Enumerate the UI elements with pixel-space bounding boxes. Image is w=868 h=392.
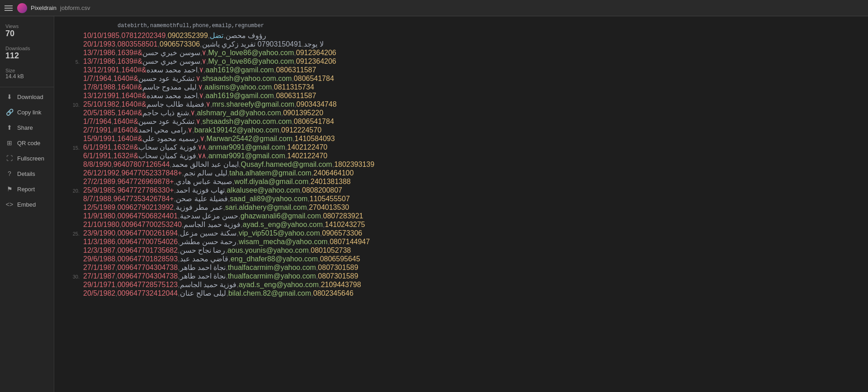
table-row: 30.27/1/1987,009647704304738,نجاة احمد ط… (54, 272, 868, 280)
table-row: 1/7/1964,1640#&٧,تشكرية عود حسين,shsaads… (54, 74, 868, 83)
download-icon: ⬇ (5, 93, 14, 100)
copy-link-label: Copy link (17, 109, 41, 116)
table-row: 1/7/1964,1640#&٧,تشكرية عود حسين,shsaads… (54, 117, 868, 126)
sidebar: Views 70 Downloads 112 Size 14.4 kB ⬇ Do… (0, 16, 54, 392)
table-row: 12/5/1989,00962790213992,عمر مطر فوزية,s… (54, 203, 868, 212)
table-row: 5.13/7/1986,1639#&٧,سوسن خيري حسن,My_o_l… (54, 57, 868, 66)
table-row: 25.23/9/1990,009647700261694,سكنة حسين م… (54, 229, 868, 237)
table-row: 27/2/1989,9647726969878+,صبيحة عباس هادي… (54, 177, 868, 186)
sidebar-item-fullscreen[interactable]: ⛶ Fullscreen (0, 151, 54, 166)
table-row: 13/12/1991,1640#&٧,احمد محمد سعده,aah161… (54, 91, 868, 100)
table-row: 11/3/1986,009647700754026,رحمة حسن مطشر,… (54, 237, 868, 246)
table-row: 13/7/1986,1639#&٧,سوسن خيري حسن,My_o_lov… (54, 48, 868, 57)
report-label: Report (17, 186, 35, 193)
table-row: 15.6/1/1991,1632#&٧٨,فوزية كميان سحاب,an… (54, 143, 868, 151)
logo (17, 3, 27, 13)
link-icon: 🔗 (5, 109, 14, 116)
table-row: 20/5/1985,1640#&٧,شنع ذياب حاجم,alshmary… (54, 109, 868, 117)
views-stat: Views 70 (0, 22, 54, 44)
table-row: 12/3/1987,009647701735682,رضا نجاح حسن,a… (54, 246, 868, 255)
embed-label: Embed (17, 201, 36, 208)
sidebar-item-details[interactable]: ? Details (0, 166, 54, 181)
file-content: datebirth,namemothfull,phone,emailp,regn… (54, 16, 868, 392)
table-row: 2/7/1991,#1640&٧,رامى محي احمد,barak1991… (54, 126, 868, 134)
table-row: 13/12/1991,1640#&٧,احمد محمد سعده,aah161… (54, 66, 868, 74)
sidebar-item-embed[interactable]: <> Embed (0, 197, 54, 212)
divider (0, 87, 54, 87)
table-row: 21/10/1980,009647700253240,فوزية حميد ال… (54, 220, 868, 229)
csv-header: datebirth,namemothfull,phone,emailp,regn… (54, 21, 868, 31)
table-row: 20/5/1982,009647732412044,ليلى صالح عنان… (54, 289, 868, 298)
menu-button[interactable] (5, 4, 14, 13)
fullscreen-icon: ⛶ (5, 155, 14, 162)
csv-body: 10/10/1985,07812202349,رؤوف محصن,تضل,090… (54, 31, 868, 298)
brand-name: Pixeldrain (31, 5, 57, 11)
sidebar-item-copy-link[interactable]: 🔗 Copy link (0, 104, 54, 120)
details-icon: ? (5, 170, 14, 177)
report-icon: ⚑ (5, 185, 14, 193)
table-row: 20/1/1993,0803558501,لا يوجد,07903150491… (54, 40, 868, 48)
table-row: 10/10/1985,07812202349,رؤوف محصن,تضل,090… (54, 31, 868, 40)
downloads-stat: Downloads 112 (0, 44, 54, 66)
table-row: 6/1/1991,1632#&٧٨,فوزية كميان سحاب,anmar… (54, 151, 868, 160)
sidebar-item-share[interactable]: ⬆ Share (0, 120, 54, 135)
qr-icon: ⊞ (5, 139, 14, 146)
table-row: 27/1/1987,009647704304738,نجاة احمد طاهر… (54, 263, 868, 272)
table-row: 29/6/1988,009647701828593,قاضي محمد عبد,… (54, 255, 868, 263)
table-row: 10.25/10/1982,1640#&٧,فضيلة طالب جاسم,mr… (54, 100, 868, 109)
sidebar-item-qr-code[interactable]: ⊞ QR code (0, 135, 54, 151)
table-row: 15/9/1991,1640#&٧,رسميه محمود علي,Marwan… (54, 134, 868, 143)
table-row: 20.25/9/1985,9647727786330+,تهاب فوزية ا… (54, 186, 868, 194)
qr-label: QR code (17, 140, 40, 146)
table-row: 17/8/1988,1640#&٧,ليلى ممدوح جاسم,aalism… (54, 83, 868, 91)
embed-icon: <> (5, 201, 14, 208)
main-layout: Views 70 Downloads 112 Size 14.4 kB ⬇ Do… (0, 16, 868, 392)
table-row: 8/7/1988,96477353426784+,فضيلة علية صحن,… (54, 194, 868, 203)
sidebar-item-download[interactable]: ⬇ Download (0, 89, 54, 104)
share-icon: ⬆ (5, 124, 14, 131)
table-row: 26/12/1992,96477052337848+,ليلى سالم نجم… (54, 169, 868, 177)
topbar: Pixeldrain jobform.csv (0, 0, 868, 16)
details-label: Details (17, 170, 35, 177)
filename: jobform.csv (60, 5, 90, 11)
table-row: 29/1/1971,009647728575123,فوزية حميد الج… (54, 280, 868, 289)
sidebar-item-report[interactable]: ⚑ Report (0, 181, 54, 197)
table-row: 11/9/1980,009647506824401,حسن مزعل سدحية… (54, 212, 868, 220)
fullscreen-label: Fullscreen (17, 155, 44, 162)
table-row: 8/8/1990,96407807126544,ايمان عبد الخالق… (54, 160, 868, 169)
download-label: Download (17, 94, 43, 100)
share-label: Share (17, 124, 33, 131)
size-stat: Size 14.4 kB (0, 66, 54, 85)
